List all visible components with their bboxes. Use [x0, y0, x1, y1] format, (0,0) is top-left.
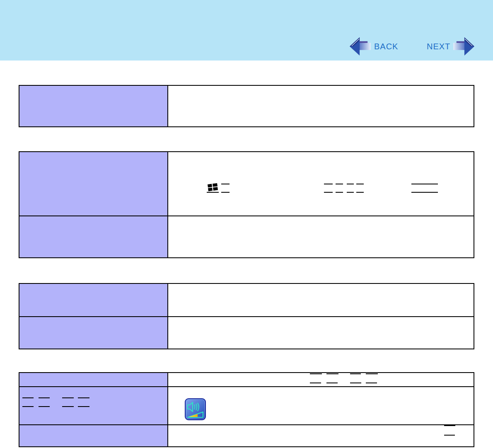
underline-mark — [22, 406, 34, 407]
underline-mark — [366, 383, 377, 383]
underline-mark — [22, 397, 34, 398]
symptom-cell — [19, 216, 168, 257]
underline-mark — [356, 184, 364, 184]
underline-mark — [356, 192, 364, 193]
back-arrow-icon[interactable] — [349, 37, 371, 56]
remedy-cell — [168, 387, 474, 424]
underline-mark — [326, 373, 338, 374]
underline-mark — [324, 184, 333, 184]
underline-mark — [221, 192, 230, 193]
remedy-cell — [168, 86, 474, 126]
symptom-cell — [19, 317, 168, 349]
manual-page: BACK NEXT — [0, 0, 493, 448]
remedy-cell — [168, 216, 474, 257]
info-table-4 — [19, 372, 474, 447]
underline-mark — [221, 184, 230, 184]
symptom-cell — [19, 152, 168, 216]
volume-speaker-icon — [185, 398, 206, 420]
underline-mark — [78, 397, 89, 398]
underline-mark — [39, 397, 50, 398]
next-button[interactable]: NEXT — [427, 42, 450, 51]
table-row — [19, 424, 474, 446]
table-row — [19, 386, 474, 424]
underline-mark — [62, 406, 74, 407]
underline-mark — [366, 373, 378, 374]
underline-mark — [336, 192, 343, 193]
back-button[interactable]: BACK — [374, 42, 398, 51]
windows-start-icon — [207, 183, 218, 191]
underline-mark — [207, 192, 219, 193]
table-row — [19, 316, 474, 349]
underline-mark — [350, 373, 361, 374]
underline-mark — [326, 383, 338, 383]
symptom-cell — [19, 373, 168, 386]
underline-mark — [411, 192, 438, 193]
info-table-2 — [19, 151, 474, 258]
table-row — [19, 216, 474, 257]
remedy-cell — [168, 373, 474, 386]
underline-mark — [310, 373, 322, 374]
symptom-cell — [19, 387, 168, 424]
underline-mark — [411, 184, 438, 184]
table-row — [19, 152, 474, 216]
remedy-cell — [168, 317, 474, 349]
underline-mark — [347, 192, 354, 193]
underline-mark — [78, 406, 89, 407]
underline-mark — [39, 406, 50, 407]
info-table-1 — [19, 85, 474, 127]
symptom-cell — [19, 425, 168, 446]
header-band: BACK NEXT — [0, 0, 493, 61]
table-row — [19, 284, 474, 316]
symptom-cell — [19, 86, 168, 126]
remedy-cell — [168, 425, 474, 446]
table-row — [19, 373, 474, 386]
remedy-cell — [168, 284, 474, 316]
underline-mark — [62, 397, 74, 398]
underline-mark — [336, 184, 343, 184]
underline-mark — [350, 383, 361, 383]
underline-mark — [324, 192, 333, 193]
underline-mark — [444, 435, 455, 436]
underline-mark — [347, 184, 354, 184]
underline-mark — [310, 383, 321, 383]
next-arrow-icon[interactable] — [453, 37, 475, 56]
info-table-3 — [19, 283, 474, 349]
symptom-cell — [19, 284, 168, 316]
table-row — [19, 86, 474, 126]
underline-mark — [444, 425, 455, 426]
